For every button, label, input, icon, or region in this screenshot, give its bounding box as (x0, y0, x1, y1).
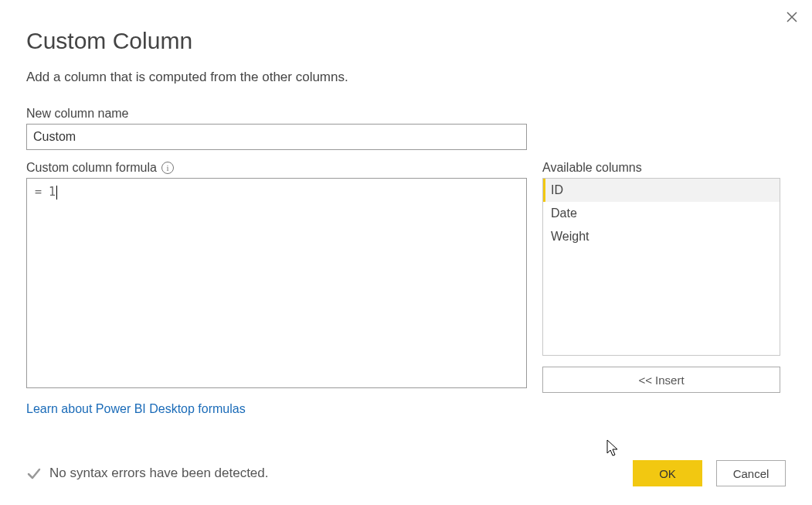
available-column-item[interactable]: Date (543, 202, 780, 225)
available-column-item[interactable]: Weight (543, 225, 780, 248)
new-column-name-input[interactable] (26, 124, 527, 150)
ok-button[interactable]: OK (633, 460, 702, 486)
mouse-cursor-icon (606, 439, 620, 461)
new-column-name-label: New column name (26, 107, 786, 121)
available-column-item[interactable]: ID (543, 179, 780, 202)
custom-column-dialog: Custom Column Add a column that is compu… (0, 0, 812, 505)
available-columns-list: ID Date Weight (542, 178, 780, 356)
close-icon (786, 11, 798, 23)
learn-link[interactable]: Learn about Power BI Desktop formulas (26, 402, 246, 416)
text-caret (56, 186, 57, 200)
formula-input[interactable]: = 1 (26, 178, 527, 388)
status-row: No syntax errors have been detected. (26, 466, 269, 481)
cancel-button[interactable]: Cancel (716, 460, 786, 486)
dialog-title: Custom Column (26, 28, 786, 54)
dialog-subtitle: Add a column that is computed from the o… (26, 70, 786, 85)
check-icon (26, 466, 42, 481)
status-text: No syntax errors have been detected. (49, 466, 269, 481)
formula-label: Custom column formula (26, 161, 157, 175)
available-columns-label: Available columns (542, 161, 780, 175)
info-icon[interactable]: i (161, 162, 174, 174)
formula-text: = 1 (35, 185, 56, 199)
insert-button[interactable]: << Insert (542, 367, 780, 393)
close-button[interactable] (783, 8, 801, 26)
